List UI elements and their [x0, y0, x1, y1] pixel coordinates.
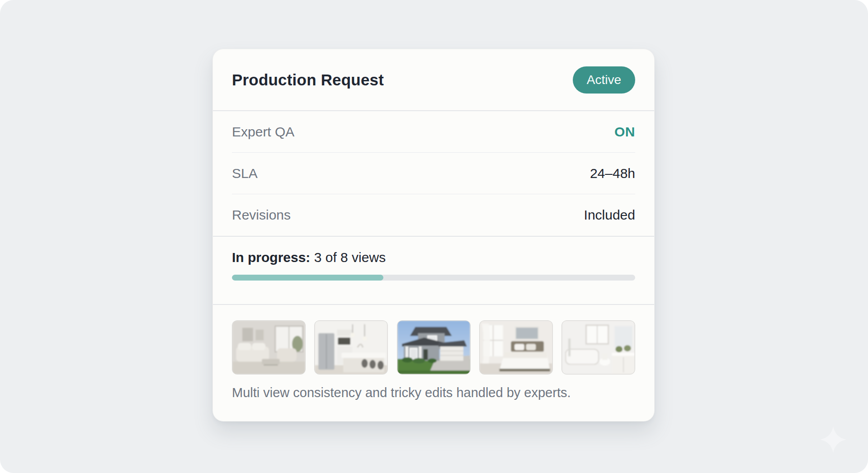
progress-bar-track [232, 275, 635, 281]
detail-value: ON [614, 124, 635, 140]
production-request-card: Production Request Active Expert QA ON S… [212, 49, 655, 421]
progress-section: In progress: 3 of 8 views [213, 237, 654, 305]
detail-label: Revisions [232, 207, 291, 223]
thumbnail-bathroom[interactable] [561, 320, 635, 375]
caption-text: Multi view consistency and tricky edits … [232, 385, 635, 400]
detail-label: SLA [232, 166, 258, 181]
progress-label-strong: In progress: [232, 250, 310, 265]
detail-label: Expert QA [232, 124, 294, 140]
progress-label: In progress: 3 of 8 views [232, 248, 635, 267]
status-badge[interactable]: Active [573, 66, 635, 94]
thumbnail-kitchen[interactable] [314, 320, 388, 375]
detail-row-sla: SLA 24–48h [232, 153, 635, 194]
house-exterior-photo [397, 321, 470, 374]
detail-value: 24–48h [590, 166, 635, 181]
page-title: Production Request [232, 71, 384, 89]
detail-row-expert-qa: Expert QA ON [232, 111, 635, 153]
thumbnail-bedroom[interactable] [479, 320, 553, 375]
progress-bar-fill [232, 275, 383, 281]
bathroom-photo [562, 321, 635, 374]
thumbnails-section: Multi view consistency and tricky edits … [213, 305, 654, 400]
card-header: Production Request Active [213, 49, 654, 111]
detail-value: Included [584, 207, 635, 223]
thumbnail-living-room[interactable] [232, 320, 306, 375]
thumbnail-house-exterior[interactable] [397, 320, 471, 375]
detail-row-revisions: Revisions Included [232, 194, 635, 236]
sparkle-watermark [819, 426, 847, 454]
details-list: Expert QA ON SLA 24–48h Revisions Includ… [213, 111, 654, 237]
living-room-photo [232, 321, 305, 374]
progress-label-rest: 3 of 8 views [314, 250, 386, 265]
kitchen-photo [315, 321, 387, 374]
bedroom-photo [480, 321, 552, 374]
thumbnail-row [232, 320, 635, 375]
